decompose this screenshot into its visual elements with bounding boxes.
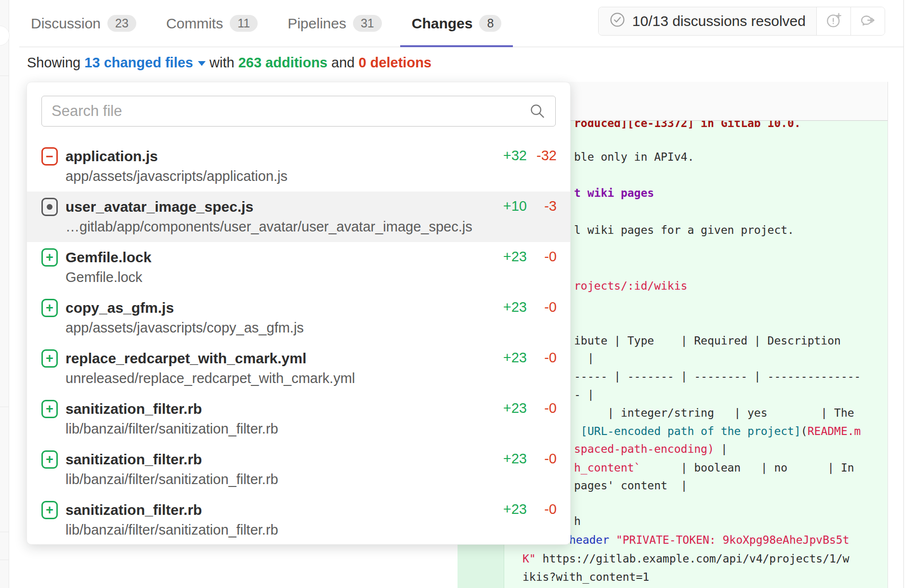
diff-code-line: rojects/:id/wikis [574, 277, 687, 295]
tab-label: Commits [166, 15, 223, 32]
file-name: sanitization_filter.rb [65, 500, 202, 520]
changes-summary: Showing 13 changed files with 263 additi… [27, 54, 431, 71]
search-file-input[interactable] [41, 96, 556, 127]
search-icon [530, 103, 545, 121]
file-additions: +23 [484, 249, 527, 265]
file-added-icon: + [41, 400, 58, 418]
diff-code-line: pages' content | [574, 476, 687, 495]
file-additions: +32 [484, 148, 527, 164]
file-added-icon: + [41, 450, 58, 469]
file-name: replace_redcarpet_with_cmark.yml [65, 349, 306, 368]
file-added-icon: + [41, 248, 58, 267]
file-row[interactable]: +copy_as_gfm.jsapp/assets/javascripts/co… [27, 293, 570, 343]
diff-code-line: ikis?with_content=1 [523, 568, 649, 586]
page-right-border [903, 0, 904, 588]
file-added-icon: + [41, 349, 58, 368]
check-circle-icon [609, 12, 626, 31]
file-path: …gitlab/app/components/user_avatar/user_… [65, 217, 570, 236]
file-row[interactable]: user_avatar_image_spec.js…gitlab/app/com… [27, 192, 570, 242]
file-path: app/assets/javascripts/application.js [65, 166, 570, 186]
discussions-resolved-group: 10/13 discussions resolved [598, 7, 885, 36]
diff-code-line: h [574, 512, 581, 530]
avatar [0, 26, 10, 46]
file-name: application.js [65, 147, 158, 166]
file-name: copy_as_gfm.js [65, 298, 174, 318]
diff-code-line: - | [574, 385, 594, 404]
file-deletions: -0 [528, 249, 557, 265]
file-deletions: -0 [528, 350, 557, 366]
file-path: unreleased/replace_redcarpet_with_cmark.… [65, 369, 570, 388]
file-name: sanitization_filter.rb [65, 399, 202, 419]
deletions-count: 0 deletions [358, 55, 431, 70]
tab-label: Discussion [31, 15, 101, 32]
file-additions: +10 [484, 198, 527, 214]
file-row[interactable]: +sanitization_filter.rblib/banzai/filter… [27, 495, 570, 545]
file-deleted-icon: − [41, 147, 58, 166]
file-search-dropdown: −application.jsapp/assets/javascripts/ap… [26, 82, 571, 545]
diff-code-line: t wiki pages [574, 184, 654, 202]
diff-code-line: roduced][ce-13372] in GitLab 10.0. [574, 120, 801, 132]
tab-changes[interactable]: Changes8 [400, 0, 513, 47]
file-name: sanitization_filter.rb [65, 450, 202, 469]
file-row[interactable]: +sanitization_filter.rblib/banzai/filter… [27, 394, 570, 444]
diff-code-line: ibute | Type | Required | Description [574, 332, 841, 350]
file-path: lib/banzai/filter/sanitization_filter.rb [65, 520, 570, 539]
tab-count-badge: 23 [107, 15, 136, 32]
page-left-edge [0, 0, 9, 588]
diff-code-line: l wiki pages for a given project. [574, 221, 794, 239]
changed-file-list: −application.jsapp/assets/javascripts/ap… [27, 141, 570, 545]
file-additions: +23 [484, 350, 527, 366]
summary-prefix: Showing [27, 55, 84, 70]
file-additions: +23 [484, 400, 527, 416]
jump-to-next-discussion-button[interactable] [850, 7, 885, 35]
changed-files-dropdown-toggle[interactable]: 13 changed files [84, 55, 206, 70]
discussions-resolved-label: 10/13 discussions resolved [632, 13, 806, 29]
additions-count: 263 additions [238, 55, 327, 70]
file-path: lib/banzai/filter/sanitization_filter.rb [65, 419, 570, 438]
file-path: Gemfile.lock [65, 268, 570, 287]
tab-discussion[interactable]: Discussion23 [19, 0, 148, 47]
tab-count-badge: 11 [230, 15, 258, 32]
file-row[interactable]: +Gemfile.lockGemfile.lock+23-0 [27, 242, 570, 293]
diff-code-line: | [574, 349, 594, 367]
tab-label: Changes [412, 15, 473, 32]
file-deletions: -0 [528, 451, 557, 467]
caret-down-icon [198, 61, 206, 66]
diff-code-line: ble only in APIv4. [574, 148, 694, 166]
tab-pipelines[interactable]: Pipelines31 [276, 0, 393, 47]
divider [0, 76, 9, 76]
merge-request-changes-page: Discussion23Commits11Pipelines31Changes8… [0, 0, 915, 588]
file-modified-icon [41, 198, 58, 216]
diff-code-line: | integer/string | yes | The [574, 404, 854, 422]
file-deletions: -3 [528, 198, 557, 214]
summary-conjunction: and [327, 55, 359, 70]
file-row[interactable]: +sanitization_filter.rblib/banzai/filter… [27, 444, 570, 495]
file-deletions: -0 [528, 400, 557, 416]
file-additions: +23 [484, 299, 527, 315]
file-name: user_avatar_image_spec.js [65, 197, 253, 217]
file-added-icon: + [41, 501, 58, 519]
diff-code-line: curl --header "PRIVATE-TOKEN: 9koXpg98eA… [523, 531, 850, 549]
diff-code-line: h_content` | boolean | no | In [574, 459, 854, 477]
file-path: app/assets/javascripts/copy_as_gfm.js [65, 318, 570, 337]
diff-code-line: spaced-path-encoding) | [574, 440, 728, 458]
tab-count-badge: 8 [479, 15, 501, 32]
tab-count-badge: 31 [353, 15, 382, 32]
summary-middle: with [206, 55, 238, 70]
file-row[interactable]: +replace_redcarpet_with_cmark.ymlunrelea… [27, 343, 570, 394]
file-name: Gemfile.lock [65, 248, 151, 267]
discussions-resolved-status: 10/13 discussions resolved [599, 7, 816, 35]
diff-code-line: K" https://gitlab.example.com/api/v4/pro… [523, 550, 850, 568]
file-deletions: -0 [528, 299, 557, 315]
file-deletions: -32 [528, 148, 557, 164]
changed-files-count: 13 changed files [84, 55, 193, 70]
tab-commits[interactable]: Commits11 [155, 0, 269, 47]
file-row[interactable]: −application.jsapp/assets/javascripts/ap… [27, 141, 570, 192]
file-additions: +23 [484, 501, 527, 517]
divider [0, 407, 9, 407]
file-deletions: -0 [528, 501, 557, 517]
resolve-in-new-issue-button[interactable] [816, 7, 850, 35]
file-additions: +23 [484, 451, 527, 467]
jump-to-next-discussion-icon [860, 12, 876, 30]
file-path: lib/banzai/filter/sanitization_filter.rb [65, 470, 570, 489]
